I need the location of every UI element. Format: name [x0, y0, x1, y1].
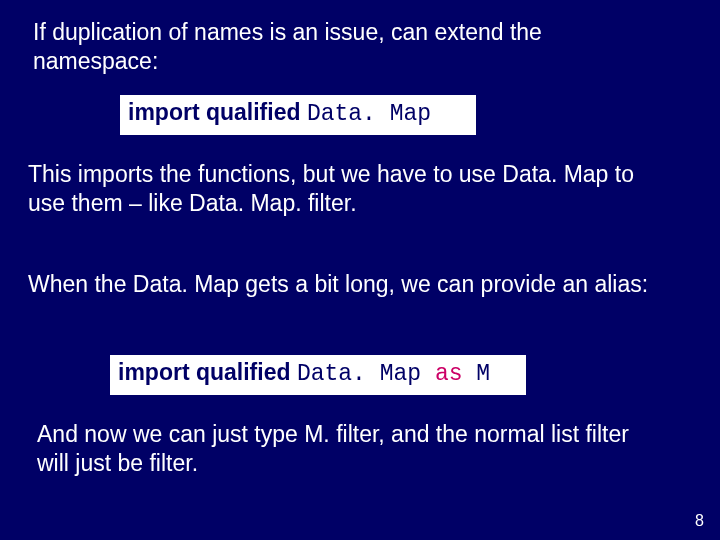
code-import-qualified: import qualified Data. Map	[120, 95, 476, 135]
paragraph-namespace-intro: If duplication of names is an issue, can…	[33, 18, 653, 76]
code-import-qualified-as: import qualified Data. Map as M	[110, 355, 526, 395]
alias-name: M	[476, 361, 490, 387]
module-name: Data. Map	[307, 101, 431, 127]
module-name: Data. Map	[297, 361, 435, 387]
paragraph-alias-usage: And now we can just type M. filter, and …	[37, 420, 657, 478]
paragraph-imports-explain: This imports the functions, but we have …	[28, 160, 668, 218]
paragraph-alias-intro: When the Data. Map gets a bit long, we c…	[28, 270, 668, 299]
keyword-import: import qualified	[118, 359, 297, 385]
slide: If duplication of names is an issue, can…	[0, 0, 720, 540]
keyword-import: import qualified	[128, 99, 307, 125]
keyword-as: as	[435, 361, 476, 387]
page-number: 8	[695, 512, 704, 530]
